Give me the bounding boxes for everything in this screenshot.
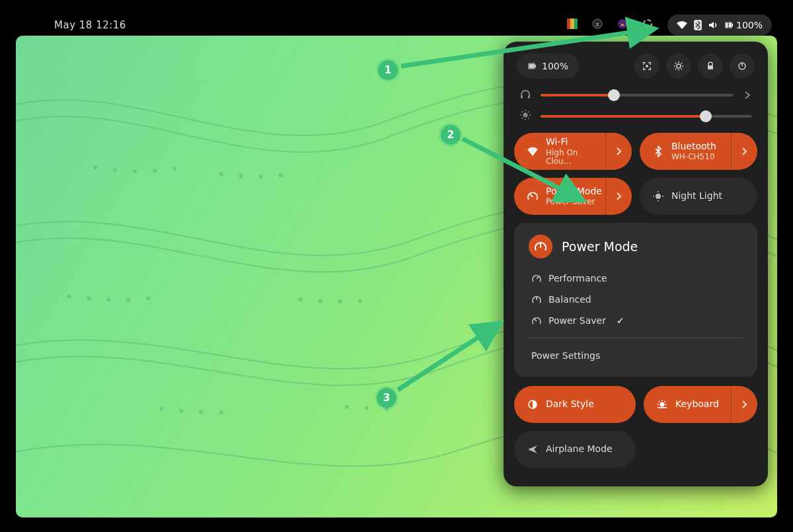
tray-app-icon-2[interactable]: x (592, 19, 603, 32)
battery-icon (527, 61, 537, 71)
svg-point-21 (87, 297, 91, 301)
svg-rect-2 (574, 19, 578, 29)
airplane-icon (519, 443, 546, 455)
tray-app-icon-1[interactable] (567, 19, 578, 32)
svg-point-12 (113, 168, 117, 172)
tray-app-icon-3[interactable] (617, 19, 628, 32)
svg-point-27 (338, 300, 342, 304)
keyboard-tile[interactable]: Keyboard (644, 386, 757, 423)
brightness-track[interactable] (541, 115, 752, 118)
power-button[interactable] (730, 54, 755, 79)
dark-style-icon (519, 399, 546, 410)
svg-line-71 (530, 194, 533, 197)
airplane-mode-tile[interactable]: Airplane Mode (514, 431, 636, 468)
svg-line-67 (522, 112, 523, 113)
power-settings-link[interactable]: Power Settings (529, 345, 743, 366)
svg-line-69 (522, 118, 523, 119)
svg-rect-42 (650, 62, 652, 65)
check-icon: ✓ (617, 315, 624, 326)
svg-rect-60 (521, 95, 523, 98)
svg-point-22 (106, 298, 110, 302)
svg-point-26 (319, 299, 322, 303)
brightness-icon (519, 109, 531, 124)
tray-app-icon-4[interactable] (642, 19, 653, 32)
wifi-tile-expand[interactable] (605, 133, 632, 170)
annotation-marker-3: 3 (377, 388, 397, 408)
power-mode-tile[interactable]: Power ModePower Saver (514, 178, 632, 215)
wifi-tile[interactable]: Wi-FiHigh On Clou… (514, 133, 632, 170)
svg-line-86 (659, 401, 660, 402)
system-indicator[interactable]: 100% (667, 15, 772, 36)
svg-point-14 (153, 169, 157, 172)
bluetooth-icon (694, 20, 702, 30)
clock[interactable]: May 18 12:16 (16, 19, 126, 31)
dark-style-tile[interactable]: Dark Style (514, 386, 636, 423)
svg-line-54 (681, 69, 683, 70)
quick-settings-panel: 100% Wi-FiHigh On Clou… (504, 42, 768, 486)
power-option-performance[interactable]: Performance (529, 268, 743, 289)
submenu-title: Power Mode (562, 239, 638, 254)
svg-rect-46 (650, 67, 652, 70)
system-tray: x 100% (567, 15, 772, 36)
volume-icon (708, 20, 718, 30)
svg-rect-9 (732, 24, 733, 26)
headphones-icon (519, 88, 531, 102)
svg-point-47 (646, 65, 648, 67)
svg-line-53 (675, 63, 677, 64)
gauge-icon (519, 190, 546, 202)
settings-button[interactable] (666, 54, 691, 79)
power-mode-submenu: Power Mode Performance Balanced Power Sa… (514, 223, 757, 377)
chevron-right-icon[interactable] (743, 91, 752, 100)
night-light-icon (645, 190, 671, 202)
svg-line-80 (534, 319, 537, 321)
svg-rect-40 (643, 62, 644, 65)
svg-point-72 (656, 194, 661, 199)
top-bar: May 18 12:16 x 100% (16, 15, 777, 36)
svg-line-56 (681, 63, 683, 64)
svg-point-13 (133, 169, 137, 173)
volume-slider[interactable] (519, 88, 752, 102)
svg-rect-1 (570, 19, 574, 29)
annotation-marker-1: 1 (378, 60, 398, 80)
bluetooth-tile[interactable]: BluetoothWH-CH510 (640, 133, 757, 170)
keyboard-brightness-icon (649, 399, 675, 410)
gauge-icon (529, 235, 552, 258)
svg-rect-61 (528, 95, 530, 98)
screenshot-button[interactable] (634, 54, 660, 79)
svg-point-17 (239, 174, 243, 178)
svg-point-33 (345, 405, 349, 409)
svg-line-70 (528, 112, 529, 113)
svg-rect-0 (567, 19, 570, 29)
svg-line-78 (537, 276, 539, 279)
annotation-marker-2: 2 (441, 125, 461, 145)
power-option-saver[interactable]: Power Saver ✓ (529, 310, 743, 331)
svg-point-32 (219, 410, 223, 414)
brightness-slider[interactable] (519, 109, 752, 124)
battery-chip[interactable]: 100% (517, 54, 579, 79)
wifi-icon (677, 21, 687, 29)
svg-point-34 (365, 406, 369, 410)
keyboard-tile-expand[interactable] (731, 386, 757, 423)
svg-point-25 (299, 298, 303, 302)
svg-rect-57 (708, 65, 713, 69)
power-option-balanced[interactable]: Balanced (529, 289, 743, 310)
svg-point-48 (677, 64, 681, 68)
svg-rect-44 (643, 67, 644, 70)
svg-rect-38 (529, 64, 534, 68)
night-light-tile[interactable]: Night Light (640, 178, 757, 215)
wifi-icon (519, 145, 546, 157)
svg-point-23 (126, 298, 130, 302)
bluetooth-tile-expand[interactable] (731, 133, 757, 170)
svg-rect-37 (535, 65, 536, 67)
svg-point-31 (199, 410, 203, 414)
svg-line-55 (675, 69, 677, 70)
svg-point-29 (159, 407, 163, 411)
svg-point-19 (279, 173, 283, 177)
svg-point-15 (172, 167, 176, 171)
power-mode-tile-expand[interactable] (605, 178, 632, 215)
lock-button[interactable] (698, 54, 723, 79)
svg-point-30 (179, 409, 183, 413)
svg-point-6 (644, 20, 652, 28)
svg-point-28 (358, 299, 362, 303)
volume-track[interactable] (541, 94, 734, 96)
